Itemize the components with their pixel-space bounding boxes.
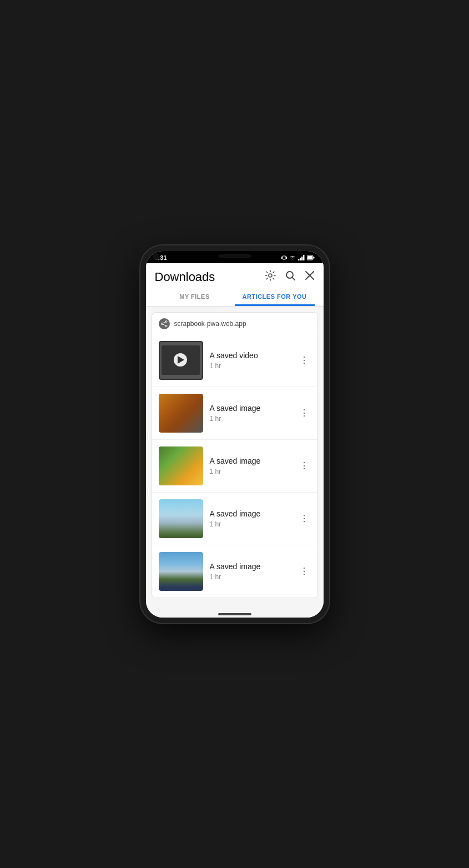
more-menu-button[interactable]: ⋮ bbox=[297, 458, 311, 473]
source-url: scrapbook-pwa.web.app bbox=[174, 320, 246, 328]
svg-rect-5 bbox=[301, 257, 303, 260]
camera bbox=[153, 253, 159, 260]
svg-line-19 bbox=[163, 324, 165, 325]
battery-icon bbox=[307, 255, 315, 260]
item-info: A saved image 1 hr bbox=[210, 456, 291, 475]
svg-rect-8 bbox=[313, 257, 314, 258]
settings-icon[interactable] bbox=[265, 270, 276, 284]
content-area: scrapbook-pwa.web.app bbox=[146, 307, 324, 618]
item-title: A saved image bbox=[210, 509, 291, 518]
video-thumbnail bbox=[159, 341, 203, 380]
list-item[interactable]: A saved image 1 hr ⋮ bbox=[152, 440, 317, 493]
source-header: scrapbook-pwa.web.app bbox=[152, 313, 317, 334]
list-item[interactable]: A saved image 1 hr ⋮ bbox=[152, 545, 317, 598]
source-card: scrapbook-pwa.web.app bbox=[152, 312, 318, 598]
svg-rect-3 bbox=[298, 259, 300, 260]
svg-rect-2 bbox=[286, 257, 287, 259]
wifi-icon bbox=[289, 255, 296, 260]
header-actions bbox=[265, 270, 315, 284]
vibrate-icon bbox=[281, 255, 287, 260]
list-item[interactable]: A saved image 1 hr ⋮ bbox=[152, 387, 317, 440]
svg-point-17 bbox=[165, 325, 167, 327]
speaker bbox=[218, 254, 251, 258]
svg-line-18 bbox=[163, 322, 165, 323]
signal-icon bbox=[298, 255, 305, 260]
item-meta: 1 hr bbox=[210, 362, 291, 370]
item-title: A saved image bbox=[210, 562, 291, 571]
close-icon[interactable] bbox=[305, 270, 315, 283]
home-bar bbox=[218, 613, 251, 615]
svg-rect-0 bbox=[283, 256, 286, 259]
svg-rect-4 bbox=[300, 258, 301, 260]
svg-rect-9 bbox=[307, 256, 312, 259]
status-icons bbox=[281, 255, 315, 260]
image-thumbnail-orange bbox=[159, 394, 203, 433]
item-title: A saved image bbox=[210, 456, 291, 465]
phone-screen: 3:31 bbox=[146, 251, 324, 618]
list-item[interactable]: A saved image 1 hr ⋮ bbox=[152, 493, 317, 545]
svg-rect-1 bbox=[281, 257, 283, 259]
item-info: A saved image 1 hr bbox=[210, 562, 291, 581]
tab-my-files[interactable]: MY FILES bbox=[155, 289, 235, 306]
image-thumbnail-food bbox=[159, 446, 203, 485]
item-title: A saved image bbox=[210, 404, 291, 413]
tab-articles-for-you[interactable]: ARTICLES FOR YOU bbox=[235, 289, 315, 306]
more-menu-button[interactable]: ⋮ bbox=[297, 564, 311, 579]
svg-point-15 bbox=[165, 320, 167, 322]
image-thumbnail-lake bbox=[159, 499, 203, 538]
image-thumbnail-city bbox=[159, 552, 203, 591]
item-info: A saved image 1 hr bbox=[210, 509, 291, 528]
svg-line-12 bbox=[292, 278, 295, 280]
item-meta: 1 hr bbox=[210, 573, 291, 581]
item-meta: 1 hr bbox=[210, 520, 291, 528]
page-title: Downloads bbox=[155, 270, 215, 284]
item-title: A saved video bbox=[210, 351, 291, 360]
list-item[interactable]: A saved video 1 hr ⋮ bbox=[152, 334, 317, 387]
svg-rect-6 bbox=[303, 255, 305, 260]
item-info: A saved video 1 hr bbox=[210, 351, 291, 370]
phone-frame: 3:31 bbox=[140, 245, 329, 623]
share-icon bbox=[159, 318, 170, 329]
search-icon[interactable] bbox=[285, 270, 296, 284]
app-header: Downloads bbox=[146, 263, 324, 307]
item-meta: 1 hr bbox=[210, 415, 291, 423]
svg-point-10 bbox=[269, 274, 272, 277]
more-menu-button[interactable]: ⋮ bbox=[297, 353, 311, 368]
more-menu-button[interactable]: ⋮ bbox=[297, 405, 311, 420]
item-info: A saved image 1 hr bbox=[210, 404, 291, 423]
item-meta: 1 hr bbox=[210, 468, 291, 475]
svg-point-16 bbox=[161, 323, 163, 324]
tabs-container: MY FILES ARTICLES FOR YOU bbox=[155, 289, 315, 306]
more-menu-button[interactable]: ⋮ bbox=[297, 511, 311, 526]
header-row: Downloads bbox=[155, 270, 315, 289]
